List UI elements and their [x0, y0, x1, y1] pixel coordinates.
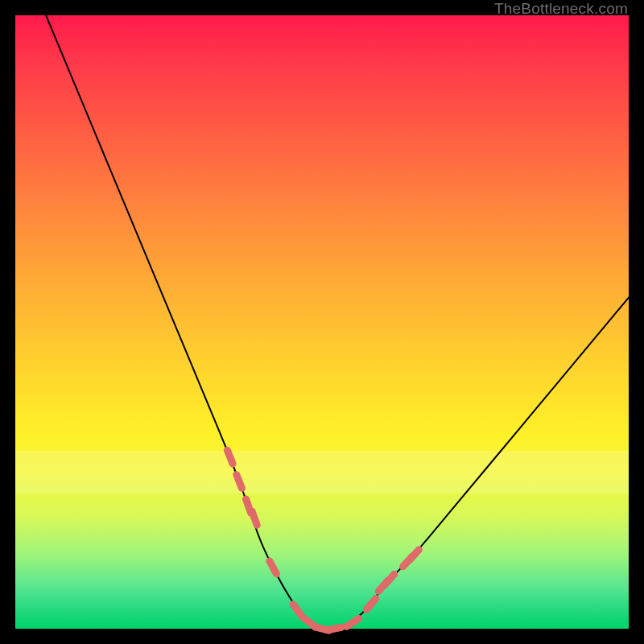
- highlight-marker: [227, 450, 233, 464]
- highlight-marker: [270, 561, 277, 574]
- highlight-marker: [293, 605, 301, 617]
- plot-area: [15, 15, 629, 629]
- highlight-marker: [366, 599, 376, 610]
- highlight-marker: [385, 574, 394, 585]
- chart-frame: TheBottleneck.com: [0, 0, 644, 644]
- highlight-marker: [409, 550, 419, 560]
- highlight-marker: [237, 475, 242, 489]
- highlight-marker: [347, 618, 359, 626]
- highlight-marker: [327, 627, 341, 630]
- bottleneck-curve: [46, 15, 629, 629]
- marker-group: [227, 450, 419, 630]
- highlight-marker: [252, 511, 257, 525]
- chart-svg: [15, 15, 629, 629]
